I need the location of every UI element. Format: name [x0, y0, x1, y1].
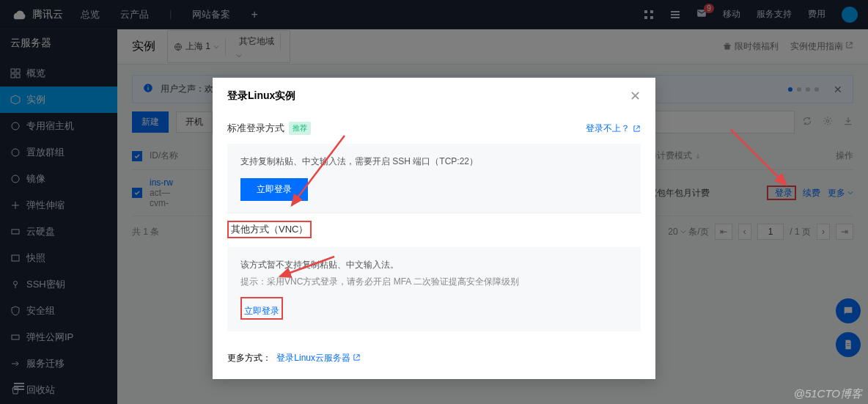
- modal-close[interactable]: ✕: [630, 88, 641, 104]
- standard-login-button[interactable]: 立即登录: [240, 178, 308, 201]
- vnc-login-button[interactable]: 立即登录: [244, 305, 279, 317]
- watermark: @51CTO博客: [794, 387, 862, 401]
- more-methods-link[interactable]: 登录Linux云服务器: [276, 353, 361, 363]
- help-link[interactable]: 登录不上？: [586, 122, 641, 135]
- external-link-icon: [353, 353, 361, 361]
- vnc-section-title: 其他方式（VNC）: [227, 221, 312, 238]
- external-link-icon: [633, 125, 641, 133]
- login-modal: 登录Linux实例 ✕ 标准登录方式 推荐 登录不上？ 支持复制粘贴、中文输入法…: [213, 78, 655, 379]
- modal-title: 登录Linux实例: [227, 89, 295, 103]
- recommend-tag: 推荐: [289, 122, 311, 135]
